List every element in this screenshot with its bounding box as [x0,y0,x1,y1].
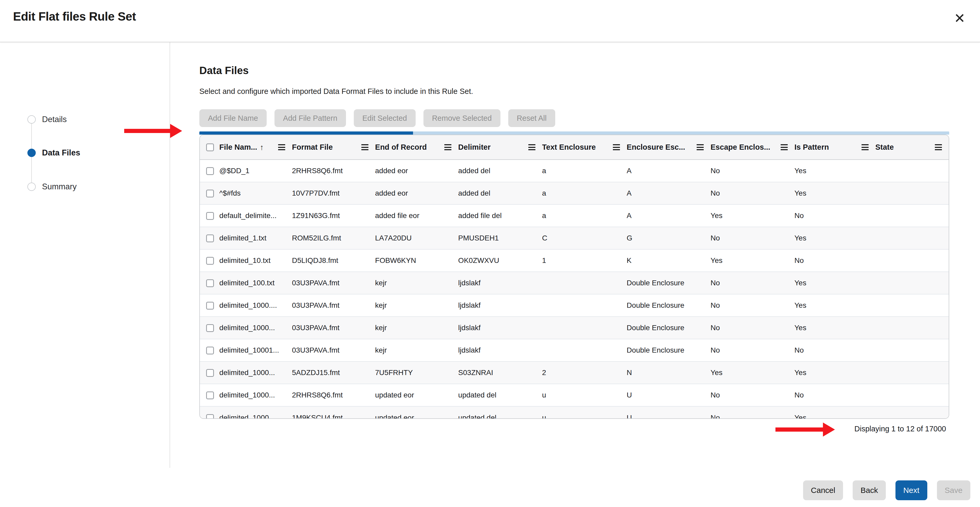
cell-is-pattern: Yes [794,272,875,294]
edit-selected-button[interactable]: Edit Selected [354,109,416,127]
cell-enclosure-esc: K [627,250,711,272]
column-menu-icon[interactable] [528,144,535,150]
column-header-end-of-record[interactable]: End of Record [375,135,458,160]
column-menu-icon[interactable] [862,144,869,150]
row-checkbox[interactable] [206,346,214,354]
cell-file-nam: delimited_1000.... [220,294,292,316]
cell-end-of-record: 7U5FRHTY [375,361,458,384]
cell-file-nam: default_delimite... [220,205,292,227]
column-menu-icon[interactable] [613,144,620,150]
column-header-file-nam[interactable]: File Nam...↑ [220,135,292,160]
cell-file-nam: delimited_1.txt [220,227,292,250]
cell-text-enclosure: u [542,406,627,419]
cell-is-pattern: Yes [794,182,875,205]
add-file-pattern-button[interactable]: Add File Pattern [274,109,346,127]
row-checkbox-cell [200,205,220,227]
table-row: delimited_1000...1M9KSCU4.fmtupdated eor… [200,406,949,419]
row-checkbox-cell [200,294,220,316]
column-header-is-pattern[interactable]: Is Pattern [794,135,875,160]
dialog-header: Edit Flat files Rule Set ✕ [0,0,980,42]
row-checkbox[interactable] [206,212,214,220]
row-checkbox[interactable] [206,167,214,175]
row-checkbox[interactable] [206,369,214,377]
table-row: @$DD_12RHRS8Q6.fmtadded eoradded delaANo… [200,160,949,182]
column-header-format-file[interactable]: Format File [292,135,375,160]
cell-file-nam: delimited_10001... [220,339,292,361]
row-checkbox[interactable] [206,324,214,332]
cell-is-pattern: No [794,384,875,406]
row-checkbox[interactable] [206,302,214,310]
stepper-item-details[interactable]: Details [0,111,170,128]
column-header-delimiter[interactable]: Delimiter [458,135,542,160]
row-checkbox[interactable] [206,414,214,419]
close-button[interactable]: ✕ [949,8,970,29]
cell-format-file: 2RHRS8Q6.fmt [292,160,375,182]
cell-escape-enclos: No [711,294,794,316]
arrow-head [170,124,182,138]
cell-enclosure-esc: Double Enclosure [627,339,711,361]
cancel-button[interactable]: Cancel [803,480,843,500]
cell-file-nam: delimited_1000... [220,361,292,384]
row-checkbox[interactable] [206,391,214,399]
column-menu-icon[interactable] [697,144,704,150]
cell-state [875,182,949,205]
table-header-row: File Nam...↑Format FileEnd of RecordDeli… [200,135,949,160]
remove-selected-button[interactable]: Remove Selected [423,109,500,127]
arrow-head [823,423,835,437]
stepper-item-data-files[interactable]: Data Files [0,145,170,161]
select-all-checkbox[interactable] [206,143,214,151]
cell-enclosure-esc: Double Enclosure [627,294,711,316]
add-file-name-button[interactable]: Add File Name [199,109,267,127]
row-checkbox[interactable] [206,190,214,197]
cell-state [875,272,949,294]
cell-state [875,361,949,384]
back-button[interactable]: Back [853,480,886,500]
cell-file-nam: delimited_100.txt [220,272,292,294]
column-menu-icon[interactable] [781,144,788,150]
cell-text-enclosure [542,272,627,294]
cell-enclosure-esc: Double Enclosure [627,316,711,339]
cell-is-pattern: Yes [794,361,875,384]
row-checkbox[interactable] [206,279,214,287]
cell-format-file: D5LIQDJ8.fmt [292,250,375,272]
sort-ascending-icon: ↑ [260,143,264,152]
row-checkbox[interactable] [206,234,214,242]
cell-enclosure-esc: A [627,182,711,205]
cell-format-file: 10V7P7DV.fmt [292,182,375,205]
column-menu-icon[interactable] [935,144,942,150]
cell-escape-enclos: Yes [711,250,794,272]
cell-format-file: 03U3PAVA.fmt [292,294,375,316]
table-row: delimited_1000....03U3PAVA.fmtkejrljdsla… [200,294,949,316]
cell-escape-enclos: No [711,182,794,205]
cell-is-pattern: Yes [794,227,875,250]
table-body: @$DD_12RHRS8Q6.fmtadded eoradded delaANo… [200,160,949,419]
cell-end-of-record: kejr [375,316,458,339]
cell-end-of-record: added eor [375,182,458,205]
cell-escape-enclos: Yes [711,205,794,227]
next-button[interactable]: Next [896,480,927,500]
column-header-text-enclosure[interactable]: Text Enclosure [542,135,627,160]
cell-format-file: 1M9KSCU4.fmt [292,406,375,419]
cell-end-of-record: added file eor [375,205,458,227]
column-header-state[interactable]: State [875,135,949,160]
stepper-item-summary[interactable]: Summary [0,178,170,195]
column-menu-icon[interactable] [278,144,285,150]
dialog-title: Edit Flat files Rule Set [13,10,136,24]
column-header-escape-enclos[interactable]: Escape Enclos... [711,135,794,160]
row-checkbox[interactable] [206,257,214,265]
row-checkbox-cell [200,160,220,182]
cell-state [875,294,949,316]
save-button[interactable]: Save [937,480,970,500]
column-menu-icon[interactable] [361,144,368,150]
reset-all-button[interactable]: Reset All [508,109,555,127]
column-menu-icon[interactable] [444,144,451,150]
column-header-enclosure-esc[interactable]: Enclosure Esc... [627,135,711,160]
table-row: default_delimite...1Z91N63G.fmtadded fil… [200,205,949,227]
row-checkbox-cell [200,339,220,361]
cell-text-enclosure [542,316,627,339]
cell-state [875,205,949,227]
cell-escape-enclos: No [711,339,794,361]
cell-delimiter: added del [458,182,542,205]
cell-state [875,339,949,361]
cell-state [875,384,949,406]
